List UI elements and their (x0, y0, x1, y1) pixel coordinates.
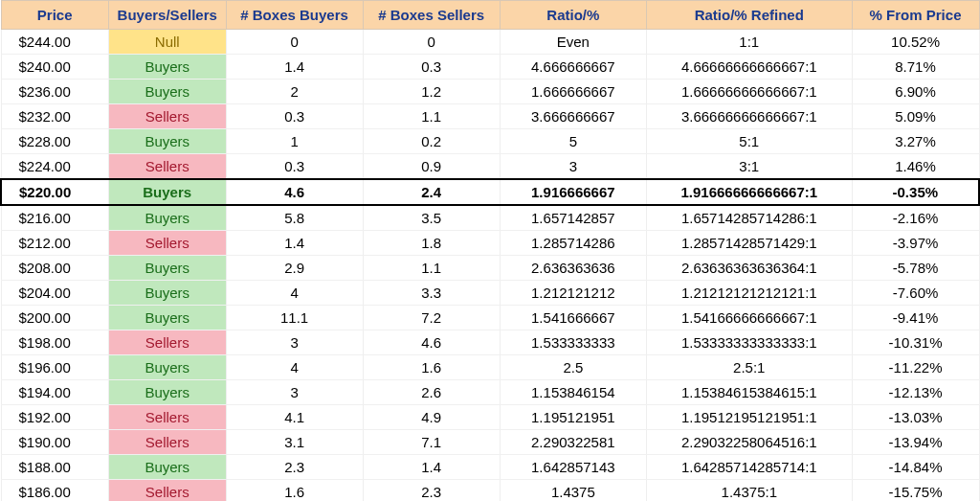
cell-boxes-sellers: 4.9 (363, 405, 500, 430)
cell-buyers-sellers: Sellers (108, 480, 226, 502)
cell-pct-from-price: -11.22% (852, 355, 979, 380)
cell-ratio: 1.153846154 (500, 380, 646, 405)
cell-ratio: 1.212121212 (500, 281, 646, 306)
table-row: $220.00Buyers4.62.41.9166666671.91666666… (1, 179, 979, 205)
cell-boxes-buyers: 5.8 (226, 205, 363, 231)
cell-boxes-sellers: 0.2 (363, 129, 500, 154)
table-row: $224.00Sellers0.30.933:11.46% (1, 154, 979, 180)
cell-buyers-sellers: Sellers (108, 430, 226, 455)
cell-boxes-buyers: 1 (226, 129, 363, 154)
cell-price: $194.00 (1, 380, 108, 405)
cell-pct-from-price: -0.35% (852, 179, 979, 205)
header-boxes-sellers: # Boxes Sellers (363, 1, 500, 30)
cell-price: $208.00 (1, 256, 108, 281)
cell-ratio: 2.5 (500, 355, 646, 380)
cell-pct-from-price: -14.84% (852, 455, 979, 480)
cell-ratio: 1.4375 (500, 480, 646, 502)
cell-boxes-buyers: 2.3 (226, 455, 363, 480)
cell-buyers-sellers: Buyers (108, 455, 226, 480)
cell-price: $236.00 (1, 80, 108, 104)
table-row: $236.00Buyers21.21.6666666671.6666666666… (1, 80, 979, 104)
table-row: $240.00Buyers1.40.34.6666666674.66666666… (1, 55, 979, 80)
cell-price: $192.00 (1, 405, 108, 430)
table-row: $208.00Buyers2.91.12.6363636362.63636363… (1, 256, 979, 281)
cell-boxes-sellers: 1.6 (363, 355, 500, 380)
cell-price: $200.00 (1, 306, 108, 330)
cell-price: $244.00 (1, 30, 108, 55)
cell-boxes-buyers: 1.4 (226, 55, 363, 80)
cell-buyers-sellers: Buyers (108, 256, 226, 281)
cell-price: $232.00 (1, 104, 108, 129)
cell-ratio-refined: 5:1 (646, 129, 852, 154)
cell-buyers-sellers: Sellers (108, 154, 226, 180)
cell-price: $204.00 (1, 281, 108, 306)
header-buyers-sellers: Buyers/Sellers (108, 1, 226, 30)
cell-boxes-sellers: 3.3 (363, 281, 500, 306)
cell-ratio: 3.666666667 (500, 104, 646, 129)
cell-ratio: 2.636363636 (500, 256, 646, 281)
table-row: $188.00Buyers2.31.41.6428571431.64285714… (1, 455, 979, 480)
cell-pct-from-price: -13.03% (852, 405, 979, 430)
cell-ratio-refined: 1.28571428571429:1 (646, 231, 852, 256)
cell-pct-from-price: -3.97% (852, 231, 979, 256)
cell-buyers-sellers: Sellers (108, 405, 226, 430)
cell-ratio: 5 (500, 129, 646, 154)
cell-pct-from-price: -9.41% (852, 306, 979, 330)
cell-ratio-refined: 1.54166666666667:1 (646, 306, 852, 330)
table-row: $200.00Buyers11.17.21.5416666671.5416666… (1, 306, 979, 330)
cell-buyers-sellers: Buyers (108, 179, 226, 205)
cell-buyers-sellers: Sellers (108, 231, 226, 256)
cell-price: $190.00 (1, 430, 108, 455)
cell-ratio: 1.541666667 (500, 306, 646, 330)
cell-pct-from-price: -7.60% (852, 281, 979, 306)
cell-ratio-refined: 1.21212121212121:1 (646, 281, 852, 306)
cell-ratio-refined: 1.64285714285714:1 (646, 455, 852, 480)
cell-buyers-sellers: Buyers (108, 306, 226, 330)
table-row: $204.00Buyers43.31.2121212121.2121212121… (1, 281, 979, 306)
cell-pct-from-price: 5.09% (852, 104, 979, 129)
cell-boxes-buyers: 0 (226, 30, 363, 55)
cell-price: $220.00 (1, 179, 108, 205)
cell-price: $224.00 (1, 154, 108, 180)
cell-boxes-sellers: 1.4 (363, 455, 500, 480)
cell-price: $228.00 (1, 129, 108, 154)
table-row: $212.00Sellers1.41.81.2857142861.2857142… (1, 231, 979, 256)
cell-ratio-refined: 1.66666666666667:1 (646, 80, 852, 104)
table-row: $228.00Buyers10.255:13.27% (1, 129, 979, 154)
cell-boxes-sellers: 1.8 (363, 231, 500, 256)
cell-ratio-refined: 1.19512195121951:1 (646, 405, 852, 430)
cell-ratio: 1.657142857 (500, 205, 646, 231)
table-row: $196.00Buyers41.62.52.5:1-11.22% (1, 355, 979, 380)
cell-boxes-buyers: 1.4 (226, 231, 363, 256)
cell-boxes-sellers: 3.5 (363, 205, 500, 231)
cell-pct-from-price: 6.90% (852, 80, 979, 104)
cell-ratio: 4.666666667 (500, 55, 646, 80)
cell-ratio-refined: 3.66666666666667:1 (646, 104, 852, 129)
cell-boxes-sellers: 2.3 (363, 480, 500, 502)
cell-ratio: 1.666666667 (500, 80, 646, 104)
cell-boxes-buyers: 4 (226, 355, 363, 380)
cell-ratio: 3 (500, 154, 646, 180)
cell-boxes-sellers: 0.3 (363, 55, 500, 80)
cell-boxes-buyers: 3 (226, 380, 363, 405)
cell-boxes-buyers: 3.1 (226, 430, 363, 455)
cell-pct-from-price: -13.94% (852, 430, 979, 455)
cell-price: $198.00 (1, 330, 108, 355)
table-row: $216.00Buyers5.83.51.6571428571.65714285… (1, 205, 979, 231)
cell-ratio: 1.916666667 (500, 179, 646, 205)
table-row: $194.00Buyers32.61.1538461541.1538461538… (1, 380, 979, 405)
cell-boxes-sellers: 1.1 (363, 104, 500, 129)
cell-buyers-sellers: Buyers (108, 80, 226, 104)
cell-boxes-buyers: 0.3 (226, 104, 363, 129)
cell-price: $196.00 (1, 355, 108, 380)
header-pct-from-price: % From Price (852, 1, 979, 30)
cell-pct-from-price: -2.16% (852, 205, 979, 231)
cell-pct-from-price: -12.13% (852, 380, 979, 405)
cell-price: $212.00 (1, 231, 108, 256)
cell-boxes-buyers: 4.1 (226, 405, 363, 430)
table-row: $232.00Sellers0.31.13.6666666673.6666666… (1, 104, 979, 129)
cell-buyers-sellers: Sellers (108, 330, 226, 355)
cell-ratio: 1.642857143 (500, 455, 646, 480)
cell-ratio-refined: 1:1 (646, 30, 852, 55)
cell-boxes-buyers: 11.1 (226, 306, 363, 330)
